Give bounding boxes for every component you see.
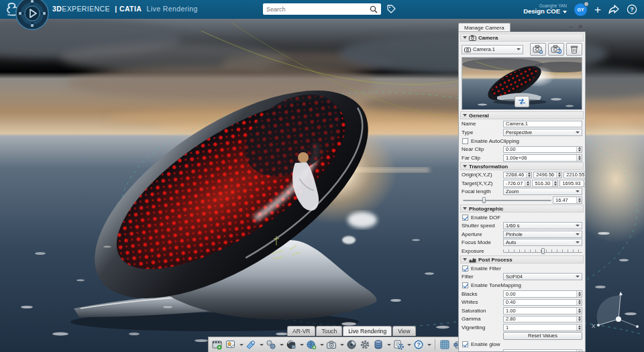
add-content-icon[interactable]: + bbox=[594, 4, 601, 15]
enable-filter-checkbox[interactable] bbox=[462, 266, 468, 272]
user-menu[interactable]: Guanghe YAN Design COE bbox=[523, 3, 567, 15]
batch-render-dropdown-arrow[interactable] bbox=[407, 344, 411, 346]
target-y-spinner[interactable]: 516.30 bbox=[532, 180, 558, 187]
search-input[interactable] bbox=[263, 6, 369, 13]
update-camera-button[interactable] bbox=[548, 43, 564, 56]
camera-select[interactable]: Camera.1 bbox=[462, 45, 523, 54]
render-movie-icon[interactable] bbox=[211, 339, 223, 351]
origin-x-spinner[interactable]: 2268.46 bbox=[503, 172, 532, 179]
tab-ar-vr[interactable]: AR-VR bbox=[287, 326, 315, 336]
intensity-spinner[interactable]: 20.00 bbox=[503, 349, 582, 352]
3dexperience-compass[interactable] bbox=[15, 0, 50, 31]
help-dropdown-arrow[interactable] bbox=[427, 344, 431, 346]
whites-spinner[interactable]: 0.40 bbox=[503, 299, 582, 306]
focus-mode-select[interactable]: Auto bbox=[503, 239, 582, 246]
filter-select[interactable]: SciFi04 bbox=[503, 273, 582, 280]
avatar[interactable]: GY bbox=[574, 3, 587, 16]
camera-preview bbox=[462, 57, 582, 110]
target-z-spinner[interactable]: 1695.93 bbox=[559, 180, 586, 187]
chevron-down-icon bbox=[576, 233, 580, 235]
reset-values-row: Reset Values bbox=[462, 332, 582, 340]
help-circle-icon[interactable]: ? bbox=[627, 4, 637, 15]
target-x-spinner[interactable]: -726.07 bbox=[503, 180, 531, 187]
tab-live-rendering[interactable]: Live Rendering bbox=[343, 326, 392, 336]
settings-gear-icon[interactable] bbox=[359, 339, 371, 351]
camera-capture-icon[interactable] bbox=[325, 339, 337, 351]
panel-close-button[interactable]: ✕ bbox=[578, 24, 583, 30]
shader-ball-icon[interactable] bbox=[285, 339, 297, 351]
far-clip-spinner[interactable]: 1.00e+06 bbox=[503, 154, 582, 162]
scene-lighting-dropdown-arrow[interactable] bbox=[239, 344, 244, 346]
blacks-spinner[interactable]: 0.00 bbox=[503, 290, 582, 298]
vignetting-spinner[interactable]: 1 bbox=[503, 324, 582, 331]
collapse-arrow-icon bbox=[463, 114, 467, 117]
focal-length-slider[interactable] bbox=[463, 196, 551, 203]
origin-z-spinner[interactable]: 2210.55 bbox=[564, 172, 586, 179]
help-icon[interactable]: ? bbox=[413, 339, 425, 351]
tag-icon[interactable] bbox=[386, 4, 396, 14]
shader-ball-dropdown-arrow[interactable] bbox=[300, 344, 304, 346]
autoclipping-checkbox[interactable] bbox=[462, 138, 468, 144]
panel-minimize-button[interactable]: – bbox=[569, 24, 572, 30]
app-title: 3DEXPERIENCE | CATIA Live Rendering bbox=[52, 5, 198, 13]
name-row: Name Camera.1 bbox=[462, 120, 582, 128]
focal-length-spinner[interactable]: 16.47 bbox=[553, 196, 582, 204]
enable-tonemapping-row: Enable ToneMapping bbox=[462, 282, 582, 289]
enable-dof-checkbox[interactable] bbox=[462, 215, 468, 221]
section-general[interactable]: General bbox=[460, 111, 584, 119]
section-photographic[interactable]: Photographic bbox=[460, 204, 584, 213]
histogram-icon bbox=[469, 257, 476, 263]
panel-titlebar[interactable]: Manage Camera – ✕ bbox=[458, 22, 586, 32]
texture-mesh-icon[interactable] bbox=[439, 339, 451, 351]
enable-glow-checkbox[interactable] bbox=[462, 341, 468, 347]
tab-view[interactable]: View bbox=[392, 326, 415, 336]
exposure-slider[interactable] bbox=[503, 247, 582, 254]
tab-touch[interactable]: Touch bbox=[316, 326, 342, 336]
collapse-arrow-icon bbox=[463, 36, 467, 39]
environment-dropdown-arrow[interactable] bbox=[320, 344, 324, 346]
blacks-row: Blacks 0.00 bbox=[462, 290, 582, 298]
refresh-preview-button[interactable] bbox=[515, 96, 529, 107]
shutter-speed-select[interactable]: 1/60 s bbox=[503, 222, 582, 229]
camera-name-input[interactable]: Camera.1 bbox=[503, 121, 582, 128]
add-camera-button[interactable] bbox=[530, 43, 546, 56]
manage-camera-panel: Manage Camera – ✕ Camera Camera.1 bbox=[458, 22, 586, 352]
enable-tonemapping-checkbox[interactable] bbox=[462, 282, 468, 288]
near-clip-spinner[interactable]: 0.00 bbox=[503, 146, 582, 154]
section-camera[interactable]: Camera bbox=[460, 34, 584, 42]
workbench-tabs: AR-VR Touch Live Rendering View bbox=[287, 326, 417, 336]
search-box bbox=[263, 3, 381, 15]
saturation-spinner[interactable]: 1.00 bbox=[503, 307, 582, 314]
environment-add-icon[interactable] bbox=[305, 339, 317, 351]
chevron-down-icon bbox=[576, 225, 580, 227]
database-icon[interactable] bbox=[372, 339, 384, 351]
scene-lighting-icon[interactable] bbox=[225, 339, 237, 351]
focal-mode-select[interactable]: Zoom bbox=[503, 188, 582, 195]
intensity-row: Intensity 20.00 bbox=[462, 349, 582, 352]
materials-icon[interactable] bbox=[265, 339, 277, 351]
reset-values-button[interactable]: Reset Values bbox=[503, 332, 582, 340]
spotlight-dropdown-arrow[interactable] bbox=[260, 344, 264, 346]
top-bar: 3DEXPERIENCE | CATIA Live Rendering Guan… bbox=[0, 0, 644, 19]
gamma-row: Gamma 2.80 bbox=[462, 315, 582, 323]
section-post-process[interactable]: Post Process bbox=[460, 255, 584, 263]
aperture-select[interactable]: Pinhole bbox=[503, 231, 582, 238]
batch-render-icon[interactable] bbox=[392, 339, 405, 351]
camera-dropdown-arrow[interactable] bbox=[340, 344, 344, 346]
spotlight-icon[interactable] bbox=[245, 339, 257, 351]
origin-y-spinner[interactable]: 2496.56 bbox=[533, 172, 562, 179]
search-icon[interactable] bbox=[369, 5, 378, 14]
database-dropdown-arrow[interactable] bbox=[387, 344, 391, 346]
delete-camera-button[interactable] bbox=[566, 43, 582, 56]
share-icon[interactable] bbox=[608, 5, 619, 14]
chevron-down-icon bbox=[576, 276, 580, 278]
render-engine-icon[interactable] bbox=[345, 339, 358, 351]
focal-slider-row: 16.47 bbox=[462, 196, 582, 204]
gamma-spinner[interactable]: 2.80 bbox=[503, 316, 582, 323]
topbar-right-cluster: Guanghe YAN Design COE GY + ? bbox=[523, 0, 637, 19]
brand-catia: | CATIA bbox=[115, 5, 142, 13]
section-transformation[interactable]: Transformation bbox=[460, 162, 584, 170]
materials-dropdown-arrow[interactable] bbox=[280, 344, 284, 346]
camera-type-select[interactable]: Perspective bbox=[503, 129, 582, 136]
chevron-down-icon bbox=[576, 190, 580, 192]
